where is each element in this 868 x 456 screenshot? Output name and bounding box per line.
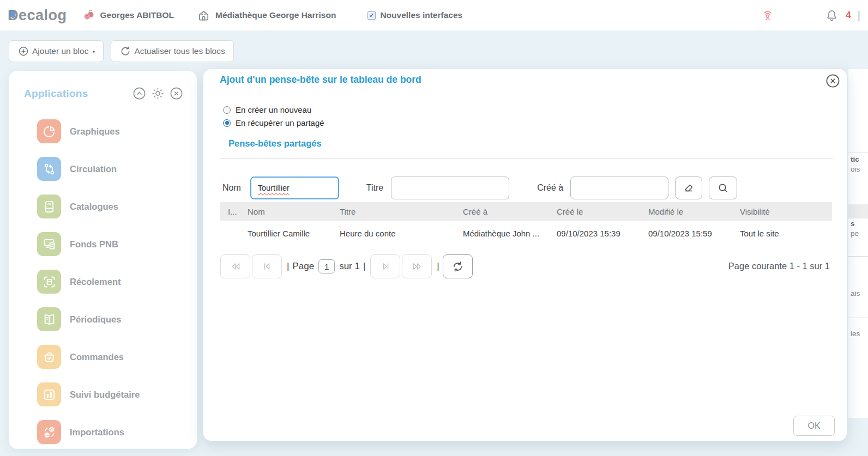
sidebar-item-circulation[interactable]: Circulation [37, 157, 184, 181]
screen-doc-icon [37, 232, 61, 256]
next-page-icon[interactable] [370, 254, 400, 278]
notifications-bell-icon[interactable] [823, 7, 840, 24]
route-icon [37, 157, 61, 181]
logo-text: Decalog [8, 7, 67, 23]
sidebar-item-label: Suivi budgétaire [70, 390, 140, 400]
page-label: Page [292, 261, 314, 272]
add-block-label: Ajouter un bloc [32, 46, 88, 56]
col-header-cree-a: Créé à [463, 207, 557, 216]
created-at-filter-input[interactable] [570, 177, 668, 199]
house-icon [197, 9, 210, 22]
decalog-logo[interactable]: Decalog [8, 7, 67, 24]
sidebar-item-label: Importations [70, 427, 124, 437]
notification-count-badge[interactable]: 4 [846, 10, 851, 21]
row-cree-le: 09/10/2023 15:39 [557, 229, 648, 238]
row-nom: Tourtillier Camille [248, 229, 340, 238]
row-cree-a: Médiathèque John ... [463, 229, 557, 238]
close-panel-icon[interactable] [169, 86, 184, 101]
sidebar-item-catalogues[interactable]: Catalogues [37, 194, 184, 218]
new-interfaces-toggle[interactable]: ✓ Nouvelles interfaces [367, 10, 462, 20]
dialog-title: Ajout d'un pense-bête sur le tableau de … [220, 74, 421, 86]
sidebar-item-label: Fonds PNB [70, 239, 118, 250]
sidebar-item-suivi-budgetaire[interactable]: Suivi budgétaire [37, 382, 184, 406]
pager-separator: | [363, 261, 365, 272]
col-header-image: I... [220, 207, 248, 216]
ok-button[interactable]: OK [793, 416, 835, 436]
search-icon[interactable] [709, 177, 737, 199]
radio-get-shared[interactable]: En récupérer un partagé [223, 118, 324, 127]
radio-create-new[interactable]: En créer un nouveau [223, 105, 324, 114]
refresh-all-blocks-button[interactable]: Actualiser tous les blocs [111, 40, 233, 62]
applications-panel-title: Applications [24, 88, 88, 100]
creation-mode-radios: En créer un nouveau En récupérer un part… [223, 105, 324, 127]
bg-fragment: tic [851, 155, 859, 163]
pager-separator: | [287, 261, 289, 272]
radio-checked-icon[interactable] [223, 119, 231, 127]
title-filter-input[interactable] [391, 177, 509, 199]
col-header-cree-le: Créé le [557, 207, 648, 216]
header-right-actions: 4 | [759, 7, 860, 24]
add-block-button[interactable]: Ajouter un bloc ▾ [9, 40, 104, 62]
current-user-name: Georges ABITBOL [100, 10, 174, 20]
sidebar-item-commandes[interactable]: Commandes [37, 345, 184, 369]
broadcast-icon[interactable] [759, 7, 776, 24]
reload-results-icon[interactable] [443, 254, 473, 278]
scan-icon [37, 270, 61, 294]
sidebar-item-graphiques[interactable]: Graphiques [37, 119, 184, 143]
occluded-background-panel: tic ois s pe ais les [848, 69, 868, 418]
header-divider: | [858, 9, 860, 22]
sidebar-item-periodiques[interactable]: Périodiques [37, 307, 184, 331]
sidebar-item-label: Catalogues [70, 202, 118, 212]
bar-chart-icon [37, 382, 61, 406]
refresh-icon [119, 45, 131, 57]
name-filter-input[interactable]: Tourtillier [250, 177, 339, 199]
last-page-icon[interactable] [402, 254, 432, 278]
collapse-panel-icon[interactable] [132, 86, 147, 101]
sidebar-item-label: Commandes [70, 352, 124, 362]
shared-note-row[interactable]: Tourtillier Camille Heure du conte Média… [220, 221, 832, 246]
add-sticky-note-dialog: Ajout d'un pense-bête sur le tableau de … [203, 69, 847, 441]
sidebar-item-label: Graphiques [70, 126, 120, 137]
bg-fragment: pe [851, 229, 859, 238]
title-filter-label: Titre [366, 183, 383, 193]
clear-filters-eraser-icon[interactable] [675, 177, 702, 199]
radio-get-shared-label: En récupérer un partagé [236, 118, 324, 127]
basket-icon [37, 345, 61, 369]
pagination-controls: | Page 1 sur 1 | | [220, 254, 474, 278]
sidebar-item-recolement[interactable]: Récolement [37, 270, 184, 294]
book-icon [37, 194, 61, 218]
pie-chart-icon [37, 119, 61, 143]
checkbox-icon[interactable]: ✓ [367, 11, 376, 20]
current-user-menu[interactable]: Georges ABITBOL [82, 9, 174, 22]
created-at-filter-label: Créé à [537, 183, 563, 193]
cubes-icon [37, 420, 61, 444]
radio-create-new-label: En créer un nouveau [236, 105, 311, 114]
sidebar-item-label: Récolement [70, 277, 121, 287]
col-header-titre: Titre [340, 207, 463, 216]
sidebar-item-fonds-pnb[interactable]: Fonds PNB [37, 232, 184, 256]
page-number-input[interactable]: 1 [318, 259, 335, 273]
caret-down-icon: ▾ [92, 48, 95, 54]
bg-fragment: les [851, 330, 860, 338]
shared-notes-filters: Nom Tourtillier Titre Créé à [222, 177, 737, 199]
bg-gray-band [848, 204, 868, 218]
name-filter-label: Nom [222, 183, 241, 193]
refresh-all-blocks-label: Actualiser tous les blocs [134, 46, 225, 56]
panel-settings-gear-icon[interactable] [150, 86, 165, 101]
bg-fragment: ois [851, 165, 860, 173]
radio-unchecked-icon[interactable] [223, 106, 231, 114]
current-library-menu[interactable]: Médiathèque George Harrison [197, 9, 336, 22]
pager-separator: | [437, 261, 439, 272]
col-header-nom: Nom [248, 207, 340, 216]
bg-fragment: ais [851, 289, 860, 297]
close-dialog-icon[interactable] [825, 73, 841, 89]
name-filter-value: Tourtillier [258, 184, 290, 192]
previous-page-icon[interactable] [252, 254, 282, 278]
row-titre: Heure du conte [340, 229, 463, 238]
open-book-icon [37, 307, 61, 331]
applications-panel: Applications [9, 71, 197, 449]
first-page-icon[interactable] [220, 254, 250, 278]
sidebar-item-importations[interactable]: Importations [37, 420, 184, 444]
page-of-label: sur 1 [339, 261, 360, 272]
shared-notes-section-title: Pense-bêtes partagés [228, 138, 322, 149]
